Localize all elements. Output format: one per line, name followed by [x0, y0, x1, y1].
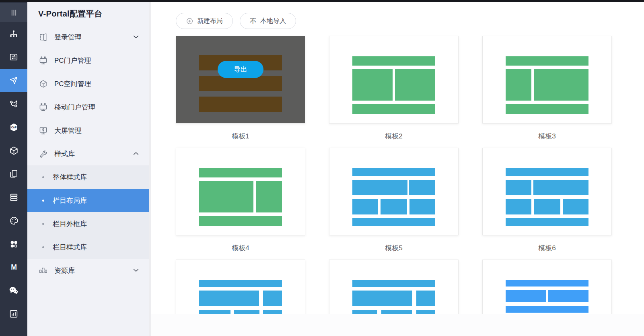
layout-block	[256, 181, 282, 212]
template-figure: 模板3	[482, 36, 612, 148]
sidebar-item-pc-portal[interactable]: PC门户管理	[27, 49, 149, 72]
layout-block	[506, 56, 588, 66]
submenu-item[interactable]: 栏目样式库	[27, 235, 149, 259]
main-area: 新建布局 不 本地导入 导出模板1模板2模板3模板4模板5模板6	[151, 2, 644, 336]
new-layout-button[interactable]: 新建布局	[176, 13, 233, 29]
rail-item-wechat[interactable]	[0, 279, 27, 302]
layout-block	[416, 291, 435, 306]
template-figure: 模板2	[329, 36, 459, 148]
layout-block	[352, 56, 435, 66]
pc-space-icon	[39, 79, 49, 89]
bullet-icon	[42, 176, 44, 178]
layout-block	[199, 181, 253, 212]
layout-block	[352, 280, 435, 287]
sidebar-item-pc-space[interactable]: PC空间管理	[27, 72, 149, 95]
template-card[interactable]	[329, 260, 459, 314]
sidebar-item-wrench[interactable]: 样式库	[27, 142, 149, 165]
layout-block	[506, 199, 531, 214]
template-card[interactable]	[482, 36, 612, 124]
wechat-icon	[8, 285, 19, 296]
chevron-down-icon	[132, 33, 140, 41]
app-title: V-Portal配置平台	[27, 2, 149, 25]
layout-block	[533, 180, 588, 195]
sidebar-item-resource[interactable]: 资源库	[27, 259, 149, 282]
layout-block	[352, 69, 393, 101]
rail-item-collapse-menu[interactable]	[0, 3, 27, 22]
layout-preview	[506, 260, 588, 313]
rail-item-sitemap[interactable]	[0, 22, 27, 45]
new-layout-label: 新建布局	[197, 17, 223, 25]
layout-block	[506, 180, 531, 195]
rail-item-swap-panel[interactable]	[0, 45, 27, 69]
sidebar-menu-bottom: 资源库	[27, 259, 149, 282]
bullet-icon	[42, 200, 44, 202]
sitemap-icon	[9, 29, 19, 39]
layout-block	[199, 280, 282, 287]
content-panel: 新建布局 不 本地导入 导出模板1模板2模板3模板4模板5模板6	[151, 2, 644, 314]
layout-block	[534, 69, 588, 101]
submenu-item-label: 栏目外框库	[53, 219, 87, 229]
palette-icon	[9, 216, 19, 226]
layout-block	[534, 199, 560, 214]
layout-block	[506, 168, 588, 176]
layout-block	[234, 310, 260, 314]
template-figure	[176, 260, 305, 314]
layout-block	[263, 310, 282, 314]
rail-item-cap-badge[interactable]: CAP	[0, 115, 27, 139]
sidebar-item-login[interactable]: 登录管理	[27, 25, 149, 49]
rail-item-stack[interactable]	[0, 186, 27, 209]
layout-preview	[199, 148, 282, 226]
rail-item-cube[interactable]	[0, 139, 27, 162]
layout-block	[352, 291, 412, 306]
template-label: 模板1	[176, 132, 305, 140]
template-card[interactable]	[176, 148, 305, 235]
sidebar-item-label: 移动门户管理	[54, 103, 140, 112]
template-grid: 导出模板1模板2模板3模板4模板5模板6	[176, 36, 644, 314]
screen-icon	[39, 126, 49, 135]
rail-item-palette[interactable]	[0, 209, 27, 232]
local-import-button[interactable]: 不 本地导入	[240, 13, 296, 29]
svg-text:CAP: CAP	[11, 126, 16, 129]
layout-block	[381, 310, 412, 314]
toolbar: 新建布局 不 本地导入	[176, 13, 644, 29]
layout-block	[381, 199, 407, 214]
bullet-icon	[42, 223, 44, 225]
template-card[interactable]	[329, 148, 459, 235]
layout-preview	[506, 148, 588, 226]
sidebar-item-label: 登录管理	[54, 33, 132, 42]
bullet-icon	[42, 246, 44, 248]
local-import-label: 本地导入	[260, 17, 286, 25]
layout-block	[506, 290, 546, 302]
template-card[interactable]	[329, 36, 459, 124]
export-button[interactable]: 导出	[218, 61, 263, 78]
sidebar-item-mobile-portal[interactable]: 移动门户管理	[27, 95, 149, 119]
layout-block	[352, 180, 407, 195]
rail-item-copy[interactable]	[0, 162, 27, 186]
layout-block	[409, 199, 435, 214]
sidebar-item-label: 大屏管理	[54, 126, 140, 135]
layout-block	[563, 199, 588, 214]
template-card[interactable]	[482, 260, 612, 314]
page-background	[151, 314, 644, 336]
template-card[interactable]	[482, 148, 612, 235]
layout-block	[506, 104, 588, 114]
layout-block	[548, 290, 588, 302]
sidebar-item-screen[interactable]: 大屏管理	[27, 119, 149, 142]
template-card[interactable]: 导出	[176, 36, 305, 124]
submenu-item[interactable]: 栏目布局库	[27, 189, 149, 212]
submenu-item[interactable]: 整体样式库	[27, 165, 149, 189]
swap-panel-icon	[9, 52, 19, 62]
layout-preview	[506, 36, 588, 114]
sidebar-item-label: 样式库	[54, 149, 132, 159]
card-hover-overlay: 导出	[176, 36, 305, 123]
rail-item-letter-m[interactable]: M	[0, 256, 27, 279]
rail-item-workflow[interactable]	[0, 92, 27, 115]
template-card[interactable]	[176, 260, 305, 314]
submenu-item[interactable]: 栏目外框库	[27, 212, 149, 235]
layout-block	[506, 306, 588, 313]
rail-item-apps[interactable]	[0, 232, 27, 256]
mobile-portal-icon	[39, 103, 49, 112]
rail-item-paper-plane[interactable]	[0, 69, 27, 92]
rail-item-chart[interactable]	[0, 302, 27, 326]
layout-block	[506, 218, 588, 226]
